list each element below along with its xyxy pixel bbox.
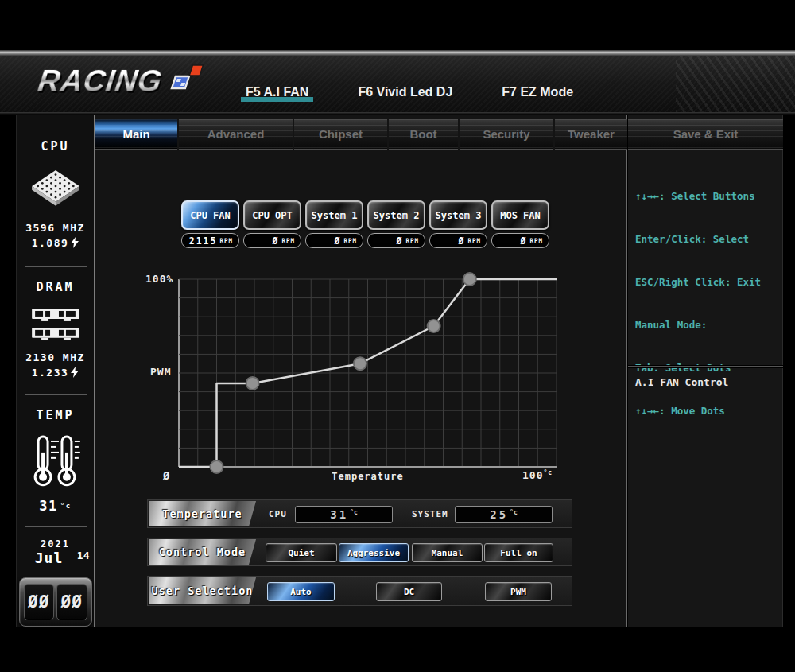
rpm-readout-system-2: ØRPM [367, 233, 425, 248]
rpm-readout-cpu-fan: 2115RPM [181, 233, 239, 248]
tab-security[interactable]: Security [460, 119, 553, 150]
hardware-sidebar: CPU 3596 MHZ 1.089 DRAM [16, 115, 95, 627]
cpu-frequency: 3596 MHZ [25, 222, 85, 234]
temperature-row: Temperature CPU 31°c SYSTEM 25°c [147, 499, 572, 528]
rpm-readout-system-1: ØRPM [305, 233, 363, 248]
rpm-readout-system-3: ØRPM [429, 233, 487, 248]
x-min-label: Ø [163, 469, 170, 482]
main-panel: Main Advanced Chipset Boot Security Twea… [95, 115, 627, 627]
tab-boot[interactable]: Boot [389, 119, 458, 150]
voltage-bolt-icon [71, 237, 79, 248]
cpu-voltage-value: 1.089 [32, 237, 69, 249]
x-max-label: 100°c [522, 469, 553, 481]
clock-hours: ØØ [28, 592, 49, 612]
cpu-temp-label: CPU [269, 509, 287, 519]
help-line: ↑↓→←: Select Buttons [635, 189, 761, 204]
tab-main[interactable]: Main [95, 119, 177, 150]
racing-logo: RACING [38, 64, 204, 99]
fan-curve-svg [145, 265, 567, 485]
clock-minutes: ØØ [61, 592, 83, 612]
title-bar: RACING F5 A.I FAN F6 Vivid Led DJ F7 EZ … [0, 56, 795, 114]
user-selection-row-label: User Selection [149, 577, 256, 604]
system-temperature-readout: 31°c [39, 498, 71, 514]
system-date: 2021 Jul 14 [20, 538, 91, 566]
help-panel: Save & Exit ↑↓→←: Select Buttons Enter/C… [628, 115, 783, 627]
clock-minutes-card: ØØ [56, 584, 87, 620]
dram-voltage: 1.233 [32, 367, 80, 379]
tab-save-and-exit[interactable]: Save & Exit [628, 119, 783, 150]
hotkey-f6-vivid-led-dj[interactable]: F6 Vivid Led DJ [353, 84, 457, 103]
sidebar-divider [25, 526, 87, 527]
voltage-bolt-icon [71, 367, 79, 378]
checkered-flag-icon [159, 59, 204, 95]
title-bar-bottom-edge [0, 112, 795, 115]
fan-button-system-1[interactable]: System 1 [305, 200, 363, 230]
user-selection-pwm-button[interactable]: PWM [485, 582, 552, 601]
help-panel-divider [628, 366, 783, 367]
date-month: Jul [35, 550, 64, 566]
help-line: Enter/Click: Select [635, 232, 761, 247]
fan-button-system-2[interactable]: System 2 [367, 200, 425, 230]
temp-section-title: TEMP [36, 408, 74, 422]
control-mode-aggressive-button[interactable]: Aggressive [339, 543, 409, 562]
date-year: 2021 [20, 538, 91, 550]
dram-frequency: 2130 MHZ [25, 352, 85, 363]
system-temp-display: 25°c [455, 506, 553, 523]
tab-tweaker[interactable]: Tweaker [555, 119, 627, 150]
rpm-readout-cpu-opt: ØRPM [243, 233, 301, 248]
temperature-row-label: Temperature [149, 501, 256, 526]
fan-button-cpu-fan[interactable]: CPU FAN [181, 200, 239, 230]
fan-curve-chart: 100% PWM Ø Temperature 100°c [145, 265, 567, 485]
sidebar-divider [25, 394, 87, 395]
curve-dot[interactable] [246, 377, 259, 390]
racing-logo-text: RACING [36, 64, 165, 99]
dram-voltage-value: 1.233 [32, 367, 69, 379]
system-temp-label: SYSTEM [412, 509, 448, 519]
control-mode-row: Control Mode Quiet Aggressive Manual Ful… [147, 538, 572, 566]
tab-chipset[interactable]: Chipset [294, 119, 387, 150]
cpu-temp-display: 31°c [295, 506, 393, 523]
curve-dot[interactable] [354, 357, 366, 370]
dram-modules-icon [30, 307, 81, 342]
help-line: ↑↓→←: Move Dots [635, 404, 761, 418]
user-selection-dc-button[interactable]: DC [376, 582, 442, 601]
x-axis-label: Temperature [179, 471, 556, 482]
user-selection-auto-button[interactable]: Auto [267, 582, 335, 601]
hotkey-label: F6 Vivid Led DJ [358, 85, 452, 99]
top-separator-line [0, 50, 795, 56]
hotkey-f5-ai-fan[interactable]: F5 A.I FAN [241, 84, 313, 103]
rpm-readout-mos-fan: ØRPM [491, 233, 549, 248]
cpu-chip-icon [29, 168, 82, 211]
help-line: ESC/Right Click: Exit [635, 275, 761, 289]
dram-section-title: DRAM [36, 280, 74, 294]
control-mode-full-on-button[interactable]: Full on [484, 543, 553, 562]
help-line: Manual Mode: [635, 318, 761, 332]
bios-screen: RACING F5 A.I FAN F6 Vivid Led DJ F7 EZ … [0, 0, 795, 672]
curve-dot[interactable] [428, 320, 440, 332]
sidebar-divider [25, 266, 87, 267]
menu-tabs: Main Advanced Chipset Boot Security Twea… [95, 119, 627, 150]
fan-button-mos-fan[interactable]: MOS FAN [491, 200, 549, 230]
user-selection-row: User Selection Auto DC PWM [147, 576, 572, 606]
tab-advanced[interactable]: Advanced [179, 119, 293, 150]
clock-hours-card: ØØ [24, 584, 55, 620]
temperature-value: 31 [39, 498, 57, 514]
curve-dot[interactable] [463, 273, 476, 286]
date-day: 14 [77, 550, 90, 561]
cpu-section-title: CPU [41, 139, 69, 153]
fan-button-system-3[interactable]: System 3 [429, 200, 487, 230]
hotkey-label: F5 A.I FAN [246, 85, 308, 99]
control-mode-quiet-button[interactable]: Quiet [266, 543, 337, 562]
hotkey-label: F7 EZ Mode [502, 85, 573, 99]
control-mode-manual-button[interactable]: Manual [412, 543, 483, 562]
cpu-voltage: 1.089 [32, 237, 80, 249]
help-line: Tab: Select Dots [635, 361, 761, 375]
flip-clock: ØØ ØØ [19, 577, 92, 627]
control-mode-row-label: Control Mode [149, 539, 256, 565]
y-max-label: 100% [145, 273, 173, 285]
thermometers-icon [29, 433, 82, 491]
hotkey-f7-ez-mode[interactable]: F7 EZ Mode [497, 84, 578, 103]
content-area: CPU 3596 MHZ 1.089 DRAM [0, 115, 795, 627]
fan-button-cpu-opt[interactable]: CPU OPT [243, 200, 301, 230]
y-axis-label: PWM [150, 366, 171, 378]
